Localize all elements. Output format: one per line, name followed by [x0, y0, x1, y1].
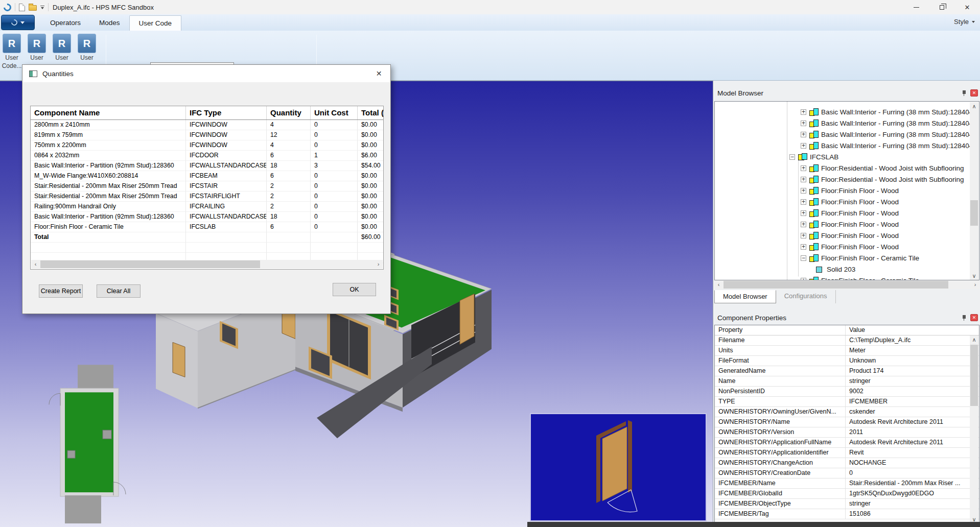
expand-icon[interactable] [801, 233, 806, 238]
app-menu-button[interactable] [1, 15, 35, 30]
expand-icon[interactable] [801, 165, 806, 171]
close-button[interactable]: ✕ [954, 0, 980, 14]
scrollbar-thumb[interactable] [970, 345, 978, 406]
property-row[interactable]: OWNERHISTORY/ApplicationFullName Autodes… [715, 438, 979, 448]
open-folder-icon[interactable] [29, 5, 37, 11]
expand-icon[interactable] [789, 154, 795, 160]
model-browser-tree[interactable]: Basic Wall:Interior - Furring (38 mm Stu… [714, 101, 979, 280]
tree-item[interactable]: Floor:Finish Floor - Wood [715, 230, 979, 241]
scroll-left-icon[interactable]: ‹ [31, 260, 40, 269]
tree-item[interactable]: Floor:Finish Floor - Ceramic Tile [715, 252, 979, 264]
expand-icon[interactable] [801, 188, 806, 194]
property-row[interactable]: Name stringer [715, 376, 979, 387]
minimize-button[interactable] [903, 0, 929, 14]
property-row[interactable]: IFCMEMBER/ObjectType stringer [715, 499, 979, 509]
tree-item[interactable]: Floor:Finish Floor - Wood [715, 185, 979, 196]
close-panel-icon[interactable] [970, 89, 978, 97]
table-row[interactable]: 750mm x 2200mm IFCWINDOW 4 0 $0.00 [31, 140, 383, 151]
ribbon-tab[interactable]: Modes [90, 15, 129, 31]
tree-item[interactable]: Floor:Residential - Wood Joist with Subf… [715, 162, 979, 174]
horizontal-scrollbar[interactable]: ‹ › [714, 280, 979, 289]
browser-tab[interactable]: Configurations [776, 290, 836, 303]
table-row[interactable]: Railing:900mm Handrail Only IFCRAILING 2… [31, 202, 383, 212]
tree-item[interactable]: Floor:Finish Floor - Wood [715, 207, 979, 219]
tree-item[interactable]: Basic Wall:Interior - Furring (38 mm Stu… [715, 117, 979, 129]
table-row[interactable]: 0864 x 2032mm IFCDOOR 6 1 $6.00 [31, 151, 383, 161]
table-row[interactable]: 819mm x 759mm IFCWINDOW 12 0 $0.00 [31, 130, 383, 140]
vertical-scrollbar[interactable]: ∧ ∨ [970, 102, 978, 280]
quick-access-dropdown-icon[interactable] [40, 6, 44, 9]
pin-icon[interactable] [962, 315, 967, 321]
expand-icon[interactable] [801, 109, 806, 115]
property-row[interactable]: GeneratedName Product 174 [715, 366, 979, 376]
property-row[interactable]: OWNERHISTORY/OwningUser/GivenN... cskend… [715, 407, 979, 417]
style-selector[interactable]: Style [954, 18, 975, 26]
table-row[interactable]: Floor:Finish Floor - Ceramic Tile IFCSLA… [31, 222, 383, 232]
tree-item[interactable]: Basic Wall:Interior - Furring (38 mm Stu… [715, 106, 979, 117]
component-properties-table[interactable]: Property Value Filename C:\Temp\Duplex_A… [714, 325, 979, 525]
quantities-table[interactable]: Component Name IFC Type Quantity Unit Co… [30, 106, 384, 270]
create-report-button[interactable]: Create Report [39, 284, 83, 298]
property-row[interactable]: IFCMEMBER/Name Stair:Residential - 200mm… [715, 478, 979, 489]
table-row[interactable]: Basic Wall:Interior - Partition (92mm St… [31, 161, 383, 171]
expand-icon[interactable] [801, 199, 806, 205]
tree-item[interactable]: IFCSLAB [715, 151, 979, 162]
ribbon-tab[interactable]: User Code [129, 15, 182, 31]
table-row[interactable]: Stair:Residential - 200mm Max Riser 250m… [31, 181, 383, 191]
scrollbar-thumb[interactable] [724, 281, 948, 289]
expand-icon[interactable] [801, 121, 806, 126]
dialog-titlebar[interactable]: Quantities ✕ [22, 65, 390, 82]
scrollbar-thumb[interactable] [40, 260, 260, 268]
property-row[interactable]: OWNERHISTORY/CreationDate 0 [715, 468, 979, 478]
pin-icon[interactable] [962, 90, 967, 97]
table-row[interactable]: Basic Wall:Interior - Partition (92mm St… [31, 212, 383, 222]
property-row[interactable]: Units Meter [715, 346, 979, 356]
tree-item[interactable]: Floor:Finish Floor - Wood [715, 196, 979, 207]
scroll-up-icon[interactable]: ∧ [970, 336, 978, 344]
property-row[interactable]: OWNERHISTORY/Name Autodesk Revit Archite… [715, 417, 979, 427]
vertical-scrollbar[interactable]: ∧ ∨ [970, 336, 978, 524]
expand-icon[interactable] [801, 143, 806, 149]
ribbon-tab[interactable]: Operators [41, 15, 90, 31]
clear-all-button[interactable]: Clear All [97, 284, 141, 298]
table-row[interactable]: M_W-Wide Flange:W410X60:208814 IFCBEAM 6… [31, 171, 383, 181]
horizontal-scrollbar[interactable]: ‹ › [31, 260, 383, 269]
scroll-left-icon[interactable]: ‹ [714, 280, 723, 289]
expand-icon[interactable] [801, 177, 806, 182]
table-row[interactable]: 2800mm x 2410mm IFCWINDOW 4 0 $0.00 [31, 120, 383, 130]
tree-item[interactable]: Floor:Finish Floor - Wood [715, 219, 979, 230]
property-row[interactable]: OWNERHISTORY/Version 2011 [715, 427, 979, 438]
browser-tab[interactable]: Model Browser [714, 290, 776, 303]
dialog-close-icon[interactable]: ✕ [367, 65, 390, 82]
scroll-right-icon[interactable]: › [971, 280, 979, 289]
expand-icon[interactable] [801, 244, 806, 250]
scroll-up-icon[interactable]: ∧ [970, 102, 978, 111]
restore-button[interactable] [929, 0, 954, 14]
preview-pane[interactable] [530, 413, 707, 521]
property-row[interactable]: TYPE IFCMEMBER [715, 397, 979, 407]
expand-icon[interactable] [801, 132, 806, 137]
property-row[interactable]: IFCMEMBER/GlobalId 1gtrSK5QnDuxDwygd0EDG… [715, 489, 979, 499]
expand-icon[interactable] [801, 255, 806, 261]
scroll-right-icon[interactable]: › [374, 260, 383, 269]
scroll-down-icon[interactable]: ∨ [970, 272, 978, 280]
ok-button[interactable]: OK [333, 283, 376, 296]
property-row[interactable]: IFCMEMBER/Tag 151086 [715, 509, 979, 519]
expand-icon[interactable] [801, 222, 806, 227]
property-row[interactable]: OWNERHISTORY/ChangeAction NOCHANGE [715, 458, 979, 468]
property-row[interactable]: FileFormat Unknown [715, 356, 979, 366]
tree-item[interactable]: Basic Wall:Interior - Furring (38 mm Stu… [715, 129, 979, 140]
scrollbar-thumb[interactable] [970, 200, 978, 226]
user-code-button[interactable]: R User Code... [2, 34, 22, 69]
property-row[interactable]: Filename C:\Temp\Duplex_A.ifc [715, 336, 979, 346]
expand-icon[interactable] [801, 210, 806, 216]
tree-item[interactable]: Basic Wall:Interior - Furring (38 mm Stu… [715, 140, 979, 151]
property-row[interactable]: NonPersistentID 9002 [715, 387, 979, 397]
tree-item[interactable]: Solid 203 [715, 264, 979, 275]
tree-item[interactable]: Floor:Finish Floor - Ceramic Tile [715, 275, 979, 280]
tree-item[interactable]: Floor:Finish Floor - Wood [715, 241, 979, 252]
tree-item[interactable]: Floor:Residential - Wood Joist with Subf… [715, 174, 979, 185]
close-panel-icon[interactable] [970, 314, 978, 321]
new-document-icon[interactable] [19, 4, 25, 11]
table-row[interactable]: Stair:Residential - 200mm Max Riser 250m… [31, 191, 383, 202]
